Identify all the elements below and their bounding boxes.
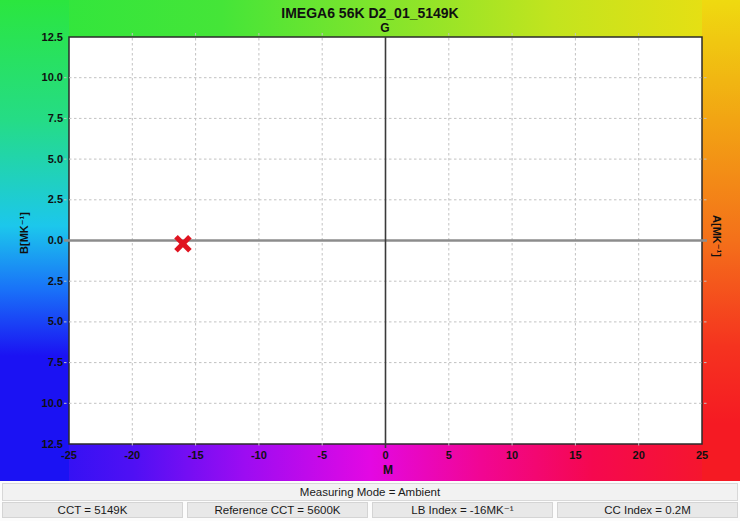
- color-meter-screen: IMEGA6 56K D2_01_5149K G M B[MK⁻¹] A[MK⁻…: [0, 0, 740, 521]
- measuring-mode-readout: Measuring Mode = Ambient: [2, 483, 738, 501]
- plot-area: [0, 0, 740, 481]
- status-row: CCT = 5149K Reference CCT = 5600K LB Ind…: [2, 502, 738, 518]
- lb-index-readout: LB Index = -16MK⁻¹: [372, 502, 553, 518]
- status-bar: Measuring Mode = Ambient CCT = 5149K Ref…: [0, 481, 740, 521]
- cc-index-readout: CC Index = 0.2M: [557, 502, 738, 518]
- cct-readout: CCT = 5149K: [2, 502, 183, 518]
- reference-cct-readout: Reference CCT = 5600K: [187, 502, 368, 518]
